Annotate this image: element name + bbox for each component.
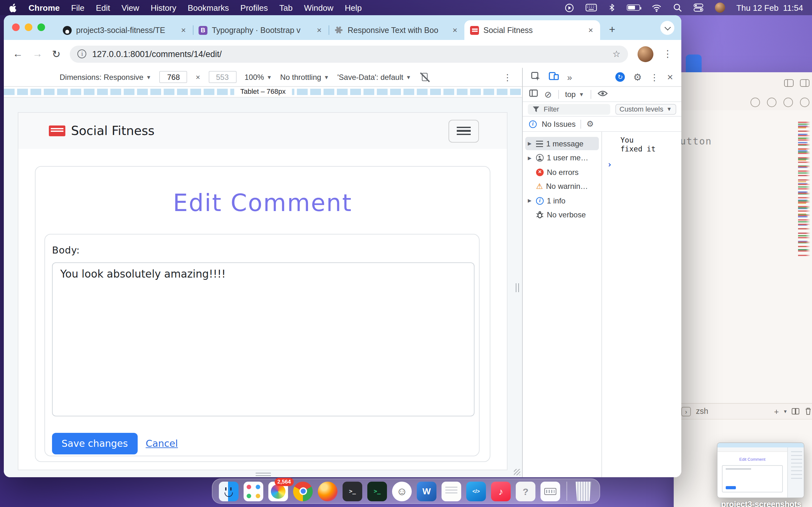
tab-bootstrap-docs[interactable]: B Typography · Bootstrap v × [193, 20, 328, 40]
tab-search-button[interactable] [660, 21, 674, 35]
editor-panel-right-icon[interactable] [800, 79, 809, 87]
dock-chrome[interactable] [293, 481, 313, 501]
viewport-height-handle[interactable] [255, 473, 270, 476]
close-tab-icon[interactable]: × [180, 25, 187, 35]
console-filter-errors[interactable]: × No errors [525, 165, 599, 179]
apple-menu-icon[interactable] [9, 3, 17, 13]
close-tab-icon[interactable]: × [451, 25, 459, 35]
site-info-icon[interactable]: i [78, 49, 87, 58]
console-filter-messages[interactable]: ▶ 1 message [525, 137, 599, 150]
dock-music[interactable]: ♪ [491, 481, 511, 501]
menu-item-tab[interactable]: Tab [280, 3, 293, 12]
address-bar[interactable]: i 127.0.0.1:8001/comments/14/edit/ ☆ [70, 45, 628, 62]
dock-trash[interactable] [573, 481, 593, 501]
dock-smiley-app[interactable]: ☺ [392, 481, 412, 501]
live-expression-icon[interactable] [598, 90, 608, 99]
dock-finder[interactable] [219, 481, 239, 501]
back-button[interactable]: ← [13, 48, 23, 60]
tab-social-fitness[interactable]: Social Fitness × [464, 20, 600, 40]
device-toolbar-menu-icon[interactable]: ⋮ [503, 72, 512, 82]
editor-panel-left-icon[interactable] [784, 79, 794, 87]
site-logo[interactable] [49, 125, 65, 136]
terminal-split-icon[interactable] [792, 408, 799, 414]
console-filter-warnings[interactable]: ⚠ No warnin… [525, 180, 599, 193]
inspect-element-icon[interactable] [531, 71, 541, 83]
close-window-button[interactable] [12, 23, 20, 31]
bluetooth-icon[interactable] [608, 3, 615, 13]
screen-record-icon[interactable] [564, 3, 574, 13]
expand-caret-icon[interactable]: ▶ [528, 141, 533, 147]
console-output[interactable]: You fixed it › [602, 132, 681, 477]
minimize-window-button[interactable] [25, 23, 32, 31]
viewport-corner-grip[interactable] [514, 469, 520, 475]
devtools-close-icon[interactable]: × [667, 71, 673, 83]
terminal-trash-icon[interactable] [804, 406, 812, 416]
close-tab-icon[interactable]: × [316, 25, 323, 35]
console-filter-user-messages[interactable]: ▶ 1 user me… [525, 151, 599, 164]
device-preset-label[interactable]: Tablet – 768px [234, 88, 292, 95]
dock-word[interactable]: W [417, 481, 437, 501]
wifi-icon[interactable] [651, 3, 661, 13]
console-settings-icon[interactable]: ⚙ [587, 120, 594, 128]
save-data-dropdown[interactable]: 'Save-Data': default▼ [338, 72, 411, 81]
dock-help[interactable]: ? [516, 481, 536, 501]
dock-keyboard[interactable] [541, 481, 560, 501]
rotate-device-icon[interactable] [419, 72, 431, 82]
menu-item-view[interactable]: View [121, 3, 139, 12]
battery-icon[interactable] [626, 3, 640, 13]
expand-caret-icon[interactable]: ▶ [528, 198, 533, 204]
editor-nav-more-icon[interactable] [800, 97, 809, 107]
navbar-toggler[interactable] [449, 119, 479, 142]
dock-firefox[interactable] [318, 481, 338, 501]
devtools-menu-icon[interactable]: ⋮ [650, 72, 659, 82]
menu-item-file[interactable]: File [71, 3, 84, 12]
zoom-window-button[interactable] [38, 23, 45, 31]
menu-avatar[interactable] [715, 3, 725, 13]
dock-notes[interactable] [442, 481, 461, 501]
dock-photos[interactable]: 2,564 [268, 481, 288, 501]
editor-nav-forward-icon[interactable] [783, 97, 793, 107]
console-sidebar-icon[interactable] [529, 89, 538, 99]
editor-nav-back-icon[interactable] [751, 97, 760, 107]
dock-terminal-alt[interactable]: >_ [367, 481, 387, 501]
new-tab-button[interactable]: + [604, 21, 620, 38]
editor-nav-icon[interactable] [767, 97, 776, 107]
dock-vscode[interactable]: </> [466, 481, 486, 501]
no-issues-label[interactable]: No Issues [542, 119, 576, 128]
profile-avatar[interactable] [638, 46, 653, 62]
console-filter-input[interactable]: Filter [528, 104, 610, 114]
devtools-settings-icon[interactable]: ⚙ [633, 72, 642, 82]
console-prompt[interactable]: › [607, 160, 676, 169]
save-changes-button[interactable]: Save changes [52, 433, 137, 454]
terminal-tab-label[interactable]: zsh [696, 407, 708, 416]
url-text[interactable]: 127.0.0.1:8001/comments/14/edit/ [92, 49, 222, 59]
console-filter-info[interactable]: ▶ i 1 info [525, 194, 599, 207]
dimensions-dropdown[interactable]: Dimensions: Responsive▼ [60, 72, 151, 81]
zoom-dropdown[interactable]: 100%▼ [245, 72, 272, 81]
menu-item-history[interactable]: History [151, 3, 176, 12]
dock-terminal[interactable]: >_ [343, 481, 362, 501]
dock-launchpad[interactable] [244, 481, 263, 501]
tab-github-repo[interactable]: project3-social-fitness/TE × [57, 20, 193, 40]
terminal-dropdown-icon[interactable]: ▾ [784, 409, 786, 414]
throttling-dropdown[interactable]: No throttling▼ [280, 72, 329, 81]
device-toolbar-icon[interactable] [549, 72, 559, 82]
viewport-width-handle[interactable] [516, 283, 519, 292]
control-center-icon[interactable] [693, 3, 703, 13]
menu-item-window[interactable]: Window [304, 3, 334, 12]
log-levels-dropdown[interactable]: Custom levels▼ [615, 104, 676, 114]
device-width-input[interactable] [159, 71, 188, 83]
menu-item-profiles[interactable]: Profiles [241, 3, 268, 12]
menu-item-chrome[interactable]: Chrome [29, 3, 60, 12]
update-available-icon[interactable]: ↻ [615, 72, 625, 82]
expand-caret-icon[interactable]: ▶ [528, 155, 533, 161]
clear-console-icon[interactable]: ⊘ [544, 90, 552, 99]
reload-button[interactable]: ↻ [52, 48, 61, 60]
browser-menu-icon[interactable]: ⋮ [663, 48, 672, 60]
console-filter-verbose[interactable]: No verbose [525, 208, 599, 222]
close-tab-icon[interactable]: × [587, 25, 595, 35]
keyboard-icon[interactable] [585, 3, 597, 13]
device-height-input[interactable] [208, 71, 236, 83]
menu-item-help[interactable]: Help [345, 3, 362, 12]
comment-textarea[interactable]: You look absolutely amazing!!!! [52, 262, 474, 416]
